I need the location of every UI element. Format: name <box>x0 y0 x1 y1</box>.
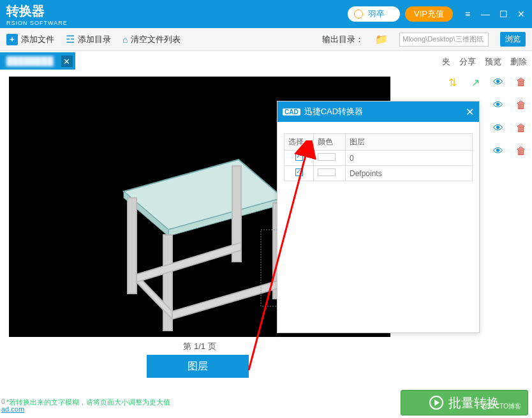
maximize-icon[interactable]: ☐ <box>499 10 508 19</box>
output-path-input[interactable] <box>399 33 489 47</box>
svg-marker-8 <box>172 280 282 319</box>
eye-icon[interactable]: 👁 <box>492 77 504 88</box>
color-swatch[interactable] <box>318 168 336 176</box>
checkbox-icon[interactable] <box>295 153 303 161</box>
clear-label: 清空文件列表 <box>131 34 181 45</box>
layer-table: 选择 颜色 图层 0 Defpoints <box>284 133 473 181</box>
add-dir-label: 添加目录 <box>78 34 111 45</box>
file-tab-label: ████████ <box>6 56 54 66</box>
batch-convert-button[interactable]: 批量转换 @51CTO博客 <box>401 390 528 415</box>
layer-row[interactable]: Defpoints <box>284 166 473 181</box>
tab-row: ████████ ✕ 夹 分享 预览 删除 <box>0 51 532 77</box>
col-layer: 图层 <box>346 134 473 151</box>
file-row: ⇅ ↗ 👁 🗑 <box>447 77 527 88</box>
watermark: @51CTO博客 <box>482 402 521 411</box>
vip-button[interactable]: VIP充值 <box>405 6 453 22</box>
hint-text: *若转换出来的文字模糊，请将页面大小调整为更大值 <box>6 398 434 407</box>
convert-icon[interactable]: ⇅ <box>447 77 458 88</box>
window-controls: ≡ — ☐ ✕ <box>463 10 526 19</box>
user-icon <box>354 10 363 19</box>
col-preview: 预览 <box>485 56 501 68</box>
checkbox-icon[interactable] <box>295 168 303 176</box>
app-title: 转换器 <box>6 3 348 20</box>
folder-icon[interactable]: 📁 <box>375 33 388 45</box>
eye-icon[interactable]: 👁 <box>492 100 504 111</box>
svg-marker-0 <box>124 160 283 230</box>
col-share: 分享 <box>459 56 476 68</box>
column-headers: 夹 分享 预览 删除 <box>442 56 527 68</box>
plus-icon: + <box>6 34 18 45</box>
tab-close-icon[interactable]: ✕ <box>61 56 73 67</box>
username: 羽卒 <box>368 8 385 20</box>
col-folder: 夹 <box>442 56 450 68</box>
app-subtitle: RSION SOFTWARE <box>6 20 348 26</box>
pager: 第 1/1 页 <box>9 341 390 352</box>
user-badge[interactable]: 羽卒 <box>348 6 400 22</box>
title-bar: 转换器 RSION SOFTWARE 羽卒 VIP充值 ≡ — ☐ ✕ <box>0 0 532 28</box>
eye-icon[interactable]: 👁 <box>492 123 504 134</box>
browse-button[interactable]: 浏览 <box>500 32 526 47</box>
layer-name: 0 <box>346 151 473 166</box>
col-select: 选择 <box>284 134 314 151</box>
layer-dialog: CAD 迅捷CAD转换器 ✕ 选择 颜色 图层 0 <box>277 101 480 333</box>
add-file-label: 添加文件 <box>21 34 54 45</box>
trash-icon[interactable]: 🗑 <box>515 77 527 88</box>
trash-icon[interactable]: 🗑 <box>515 123 527 134</box>
layer-button[interactable]: 图层 <box>147 355 249 378</box>
add-file-button[interactable]: + 添加文件 <box>6 34 54 45</box>
layer-row[interactable]: 0 <box>284 151 473 166</box>
dialog-header: CAD 迅捷CAD转换器 ✕ <box>277 101 479 122</box>
svg-marker-9 <box>137 243 241 282</box>
color-swatch[interactable] <box>318 153 336 161</box>
dialog-title: 迅捷CAD转换器 <box>304 106 363 117</box>
app-title-block: 转换器 RSION SOFTWARE <box>6 3 348 26</box>
eye-icon[interactable]: 👁 <box>492 146 504 157</box>
dialog-close-icon[interactable]: ✕ <box>466 106 474 118</box>
minimize-icon[interactable]: — <box>481 10 490 19</box>
open-icon[interactable]: ↗ <box>469 77 481 88</box>
add-dir-button[interactable]: ☲ 添加目录 <box>66 33 111 45</box>
menu-icon[interactable]: ≡ <box>463 10 472 19</box>
list-icon: ☲ <box>66 33 75 45</box>
close-icon[interactable]: ✕ <box>517 10 526 19</box>
layer-name: Defpoints <box>346 166 473 181</box>
broom-icon: ⌂ <box>122 34 128 45</box>
svg-rect-3 <box>128 198 137 294</box>
play-icon <box>429 396 443 410</box>
trash-icon[interactable]: 🗑 <box>515 146 527 157</box>
col-delete: 删除 <box>510 56 527 68</box>
cad-icon: CAD <box>283 108 300 116</box>
clear-list-button[interactable]: ⌂ 清空文件列表 <box>122 34 181 45</box>
dialog-body: 选择 颜色 图层 0 Defpoints <box>277 122 479 188</box>
file-tab[interactable]: ████████ ✕ <box>0 52 75 70</box>
trash-icon[interactable]: 🗑 <box>515 100 527 111</box>
output-dir-label: 输出目录： <box>322 34 364 45</box>
col-color: 颜色 <box>314 134 346 151</box>
toolbar: + 添加文件 ☲ 添加目录 ⌂ 清空文件列表 输出目录： 📁 浏览 <box>0 28 532 51</box>
